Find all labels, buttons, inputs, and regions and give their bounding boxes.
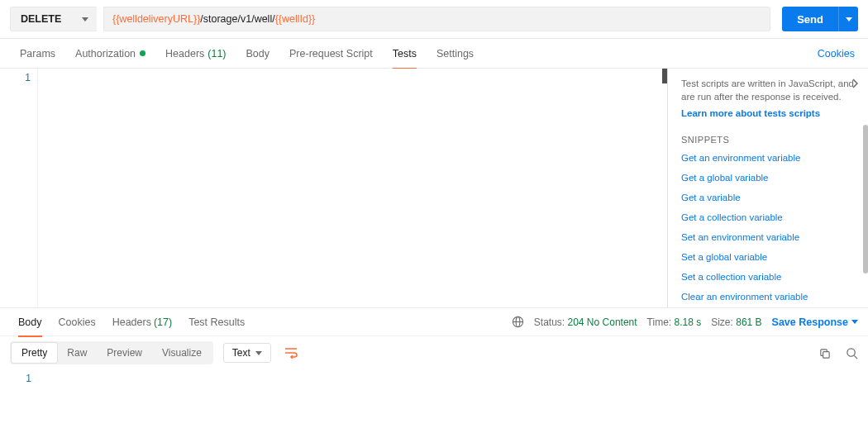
learn-more-link[interactable]: Learn more about tests scripts — [681, 108, 855, 118]
snippets-header: SNIPPETS — [681, 135, 855, 145]
view-pretty-button[interactable]: Pretty — [12, 343, 57, 363]
snippets-list: Get an environment variable Get a global… — [681, 153, 855, 302]
resp-tab-cookies[interactable]: Cookies — [50, 308, 104, 336]
tab-headers[interactable]: Headers(11) — [155, 39, 236, 69]
view-preview-button[interactable]: Preview — [97, 343, 152, 363]
editor-gutter: 1 — [0, 69, 38, 307]
snippets-description: Test scripts are written in JavaScript, … — [681, 77, 855, 103]
send-group: Send — [782, 7, 858, 31]
snippet-item[interactable]: Get a global variable — [681, 173, 855, 183]
mid-section: 1 Test scripts are written in JavaScript… — [0, 69, 868, 308]
resp-tab-testresults[interactable]: Test Results — [180, 308, 253, 336]
tab-authorization[interactable]: Authorization — [65, 39, 155, 69]
toolbar-right — [818, 347, 858, 359]
chevron-down-icon — [255, 351, 262, 355]
language-select[interactable]: Text — [223, 343, 271, 363]
globe-icon[interactable] — [512, 316, 524, 328]
tests-editor[interactable]: 1 — [0, 69, 668, 307]
response-gutter: 1 — [0, 369, 38, 419]
svg-line-7 — [854, 355, 857, 359]
response-editor[interactable]: 1 — [0, 369, 868, 419]
wrap-lines-button[interactable] — [279, 342, 303, 364]
method-value: DELETE — [21, 13, 61, 25]
search-icon[interactable] — [846, 347, 858, 359]
tab-tests[interactable]: Tests — [383, 39, 427, 69]
status-value: 204 No Content — [568, 316, 637, 328]
url-path: /storage/v1/well/ — [200, 13, 274, 25]
cookies-link[interactable]: Cookies — [818, 48, 858, 59]
size-value: 861 B — [736, 316, 761, 328]
save-response-button[interactable]: Save Response — [772, 316, 858, 328]
send-button[interactable]: Send — [782, 7, 838, 31]
status-label: Status: — [534, 316, 565, 328]
url-variable: {{welldeliveryURL}} — [112, 13, 200, 25]
chevron-down-icon — [846, 17, 852, 21]
snippets-panel: Test scripts are written in JavaScript, … — [668, 69, 868, 307]
size-label: Size: — [711, 316, 733, 328]
response-tabs: Body Cookies Headers(17) Test Results St… — [0, 308, 868, 336]
send-dropdown-button[interactable] — [838, 7, 858, 31]
tab-params[interactable]: Params — [10, 39, 65, 69]
svg-rect-5 — [823, 351, 830, 358]
view-mode-group: Pretty Raw Preview Visualize — [10, 341, 213, 364]
time-value: 8.18 s — [674, 316, 701, 328]
status-dot-icon — [140, 50, 145, 56]
view-visualize-button[interactable]: Visualize — [152, 343, 212, 363]
chevron-down-icon — [82, 17, 88, 21]
resp-tab-headers[interactable]: Headers(17) — [104, 308, 180, 336]
snippet-item[interactable]: Get a collection variable — [681, 212, 855, 222]
view-raw-button[interactable]: Raw — [57, 343, 97, 363]
resp-tab-body[interactable]: Body — [10, 308, 50, 336]
snippet-item[interactable]: Get a variable — [681, 193, 855, 202]
tab-body[interactable]: Body — [236, 39, 280, 69]
line-number: 1 — [0, 72, 31, 83]
url-input[interactable]: {{welldeliveryURL}}/storage/v1/well/{{we… — [103, 7, 770, 31]
time-label: Time: — [647, 316, 672, 328]
snippet-item[interactable]: Get an environment variable — [681, 153, 855, 163]
response-meta: Status: 204 No Content Time: 8.18 s Size… — [512, 316, 858, 328]
snippet-item[interactable]: Set a global variable — [681, 252, 855, 262]
chevron-right-icon[interactable] — [851, 79, 858, 88]
method-select[interactable]: DELETE — [10, 7, 97, 31]
snippet-item[interactable]: Set a collection variable — [681, 272, 855, 282]
svg-point-6 — [847, 348, 855, 355]
request-bar: DELETE {{welldeliveryURL}}/storage/v1/we… — [0, 0, 868, 39]
editor-body[interactable] — [38, 69, 667, 307]
split-handle[interactable] — [662, 69, 667, 83]
response-toolbar: Pretty Raw Preview Visualize Text — [0, 336, 868, 369]
scrollbar[interactable] — [863, 125, 868, 274]
tab-settings[interactable]: Settings — [427, 39, 484, 69]
tab-prerequest[interactable]: Pre-request Script — [279, 39, 383, 69]
url-variable: {{wellId}} — [275, 13, 316, 25]
snippet-item[interactable]: Clear an environment variable — [681, 292, 855, 302]
line-number: 1 — [0, 373, 31, 384]
copy-icon[interactable] — [818, 347, 831, 359]
snippet-item[interactable]: Set an environment variable — [681, 232, 855, 242]
chevron-down-icon — [851, 320, 858, 324]
request-tabs: Params Authorization Headers(11) Body Pr… — [0, 39, 868, 69]
